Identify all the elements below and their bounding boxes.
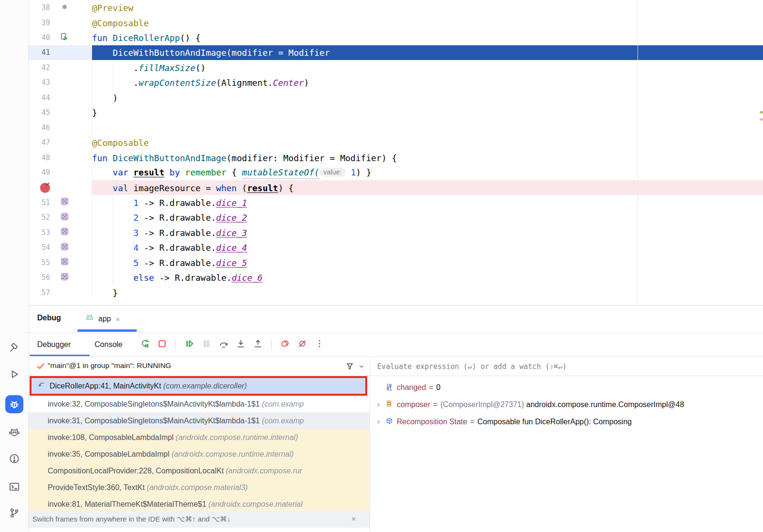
code-line[interactable]: var result by remember { mutableStateOf(…: [92, 165, 763, 180]
dice-icon[interactable]: [61, 243, 69, 253]
code-line[interactable]: [92, 120, 763, 135]
thread-selector[interactable]: "main"@1 in group "main": RUNNING: [29, 357, 370, 376]
editor-line-42[interactable]: 42 .fillMaxSize(): [29, 60, 763, 75]
variable-row[interactable]: composer={ComposerImpl@27371} androidx.c…: [370, 396, 763, 413]
gutter[interactable]: 55: [29, 255, 92, 270]
code-line[interactable]: 2 -> R.drawable.dice_2: [92, 210, 763, 225]
stack-frame-row[interactable]: ProvideTextStyle:360, TextKt (androidx.c…: [29, 479, 370, 496]
code-line[interactable]: }: [92, 105, 763, 120]
gutter[interactable]: 53: [29, 225, 92, 240]
step-out-button[interactable]: [253, 339, 263, 350]
code-line[interactable]: .wrapContentSize(Alignment.Center): [92, 75, 763, 90]
editor-line-51[interactable]: 51 1 -> R.drawable.dice_1: [29, 195, 763, 210]
code-line[interactable]: fun DiceWithButtonAndImage(modifier: Mod…: [92, 150, 763, 165]
close-icon[interactable]: ×: [351, 515, 356, 523]
more-button[interactable]: [314, 339, 325, 350]
gutter[interactable]: 46: [29, 120, 92, 135]
editor-line-56[interactable]: 56 else -> R.drawable.dice_6: [29, 270, 763, 285]
editor-line-57[interactable]: 57 }: [29, 285, 763, 300]
run-tool-button[interactable]: [5, 365, 23, 383]
gutter[interactable]: 42: [29, 60, 92, 75]
step-into-button[interactable]: [236, 339, 246, 350]
code-line[interactable]: 3 -> R.drawable.dice_3: [92, 225, 763, 240]
selected-stack-frame-row[interactable]: DiceRollerApp:41, MainActivityKt (com.ex…: [29, 376, 370, 396]
editor-line-50[interactable]: val imageResource = when (result) {: [29, 180, 763, 195]
code-line[interactable]: }: [92, 285, 763, 300]
editor-line-39[interactable]: 39@Composable: [29, 15, 763, 30]
editor-line-46[interactable]: 46: [29, 120, 763, 135]
rerun-button[interactable]: [140, 339, 150, 350]
gutter[interactable]: 40: [29, 30, 92, 45]
debug-tool-button[interactable]: [5, 395, 23, 413]
dice-icon[interactable]: [61, 213, 69, 223]
code-line[interactable]: 5 -> R.drawable.dice_5: [92, 255, 763, 270]
editor-line-52[interactable]: 52 2 -> R.drawable.dice_2: [29, 210, 763, 225]
pause-button[interactable]: [201, 339, 212, 350]
code-line[interactable]: fun DiceRollerApp() {: [92, 30, 763, 45]
chevron-right-icon[interactable]: [375, 418, 382, 426]
session-tab-app[interactable]: app ×: [85, 311, 121, 327]
code-line[interactable]: 4 -> R.drawable.dice_4: [92, 240, 763, 255]
gutter[interactable]: 57: [29, 285, 92, 300]
tab-console[interactable]: Console: [94, 340, 123, 349]
editor-line-55[interactable]: 55 5 -> R.drawable.dice_5: [29, 255, 763, 270]
dice-icon[interactable]: [61, 197, 69, 207]
editor-line-45[interactable]: 45}: [29, 105, 763, 120]
editor-line-40[interactable]: 40fun DiceRollerApp() {: [29, 30, 763, 45]
editor-line-48[interactable]: 48fun DiceWithButtonAndImage(modifier: M…: [29, 150, 763, 165]
problems-tool-button[interactable]: [5, 450, 23, 468]
gutter[interactable]: 48: [29, 150, 92, 165]
code-line[interactable]: val imageResource = when (result) {: [92, 180, 763, 195]
stack-frame-row[interactable]: invoke:81, MaterialThemeKt$MaterialTheme…: [29, 496, 370, 512]
gutter[interactable]: 38: [29, 0, 92, 15]
editor-line-49[interactable]: 49 var result by remember { mutableState…: [29, 165, 763, 180]
evaluate-expression-input[interactable]: Evaluate expression (↵) or add a watch (…: [370, 357, 763, 376]
run-preview-icon[interactable]: [60, 32, 69, 43]
dice-icon[interactable]: [61, 227, 69, 237]
editor-line-53[interactable]: 53 3 -> R.drawable.dice_3: [29, 225, 763, 240]
view-breakpoints-button[interactable]: [280, 339, 290, 350]
gutter[interactable]: 39: [29, 15, 92, 30]
variable-row[interactable]: Recomposition State=Composable fun DiceR…: [370, 413, 763, 430]
code-line[interactable]: ): [92, 90, 763, 105]
code-line[interactable]: .fillMaxSize(): [92, 60, 763, 75]
dice-icon[interactable]: [61, 257, 69, 267]
gutter[interactable]: 47: [29, 135, 92, 150]
editor-line-38[interactable]: 38@Preview: [29, 0, 763, 15]
gutter[interactable]: 54: [29, 240, 92, 255]
dice-icon[interactable]: [61, 273, 69, 283]
gutter[interactable]: 56: [29, 270, 92, 285]
mute-breakpoints-button[interactable]: [297, 339, 308, 350]
error-stripe-warning-mark[interactable]: [760, 111, 763, 113]
code-editor[interactable]: 38@Preview39@Composable40fun DiceRollerA…: [29, 0, 763, 305]
code-line[interactable]: else -> R.drawable.dice_6: [92, 270, 763, 285]
editor-line-54[interactable]: 54 4 -> R.drawable.dice_4: [29, 240, 763, 255]
terminal-tool-button[interactable]: [5, 478, 23, 496]
editor-line-43[interactable]: 43 .wrapContentSize(Alignment.Center): [29, 75, 763, 90]
variable-row[interactable]: 1001changed=0: [370, 379, 763, 396]
stop-button[interactable]: [157, 339, 167, 350]
chevron-right-icon[interactable]: [375, 401, 382, 409]
chevron-down-icon[interactable]: [357, 362, 366, 373]
close-icon[interactable]: ×: [115, 315, 121, 323]
stack-frame-row[interactable]: invoke:35, ComposableLambdaImpl (android…: [29, 446, 370, 462]
gear-icon[interactable]: [61, 3, 69, 13]
code-line[interactable]: DiceWithButtonAndImage(modifier = Modifi…: [92, 45, 763, 60]
gutter[interactable]: 43: [29, 75, 92, 90]
editor-line-44[interactable]: 44 ): [29, 90, 763, 105]
version-control-tool-button[interactable]: [5, 504, 23, 522]
editor-line-47[interactable]: 47@Composable: [29, 135, 763, 150]
resume-button[interactable]: [184, 339, 195, 350]
gutter[interactable]: 41: [29, 45, 92, 60]
gutter[interactable]: 52: [29, 210, 92, 225]
stack-frame-row[interactable]: invoke:108, ComposableLambdaImpl (androi…: [29, 429, 370, 446]
stack-frame-row[interactable]: invoke:32, ComposableSingletons$MainActi…: [29, 396, 370, 412]
stack-frame-row[interactable]: CompositionLocalProvider:228, Compositio…: [29, 462, 370, 479]
logcat-tool-button[interactable]: [5, 423, 23, 441]
editor-line-41[interactable]: 41 DiceWithButtonAndImage(modifier = Mod…: [29, 45, 763, 60]
code-line[interactable]: @Preview: [92, 0, 763, 15]
step-over-button[interactable]: [218, 339, 229, 350]
stack-frame-row[interactable]: invoke:31, ComposableSingletons$MainActi…: [29, 412, 370, 429]
code-line[interactable]: @Composable: [92, 135, 763, 150]
build-hammer-tool-button[interactable]: [5, 338, 23, 357]
